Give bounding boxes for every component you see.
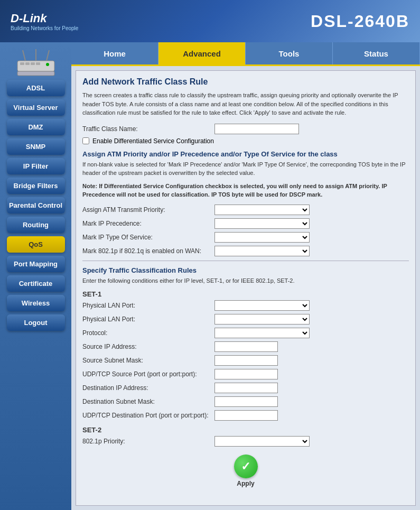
dot1p-priority-select[interactable]	[214, 436, 310, 447]
source-ip-label: Source IP Address:	[82, 343, 214, 350]
router-icon	[15, 48, 57, 77]
mark-ip-precedence-select[interactable]	[214, 218, 310, 229]
set2-label: SET-2	[82, 426, 409, 434]
tab-status[interactable]: Status	[333, 42, 420, 64]
page-content: Add Network Traffic Class Rule The scree…	[76, 70, 416, 506]
traffic-class-name-input[interactable]	[214, 124, 299, 134]
mark-8021p-select[interactable]	[214, 246, 310, 256]
sidebar-item-qos[interactable]: QoS	[7, 236, 65, 253]
sidebar-item-port-mapping[interactable]: Port Mapping	[7, 256, 65, 272]
sidebar-item-ip-filter[interactable]: IP Filter	[7, 158, 65, 174]
destination-subnet-row: Destination Subnet Mask:	[82, 396, 409, 407]
svg-line-8	[46, 50, 49, 61]
udp-tcp-dest-label: UDP/TCP Destination Port (port or port:p…	[82, 412, 214, 419]
destination-subnet-input[interactable]	[214, 396, 278, 407]
svg-line-6	[23, 50, 25, 61]
svg-rect-3	[31, 62, 35, 65]
assign-atm-label: Assign ATM Transmit Priority:	[82, 206, 214, 214]
sidebar-item-parental-control[interactable]: Parental Control	[7, 197, 65, 214]
assign-atm-row: Assign ATM Transmit Priority:	[82, 205, 409, 215]
apply-button[interactable]: ✓ Apply	[234, 455, 258, 487]
sidebar-item-routing[interactable]: Routing	[7, 217, 65, 233]
apply-icon: ✓	[234, 455, 258, 478]
svg-rect-4	[36, 62, 40, 65]
main-layout: ADSL Virtual Server DMZ SNMP IP Filter B…	[0, 42, 420, 510]
tab-advanced[interactable]: Advanced	[158, 42, 246, 64]
source-subnet-row: Source Subnet Mask:	[82, 355, 409, 366]
mark-ip-precedence-label: Mark IP Precedence:	[82, 220, 214, 227]
differentiated-service-row: Enable Differentiated Service Configurat…	[82, 137, 409, 145]
page-description: The screen creates a traffic class rule …	[82, 91, 409, 117]
udp-tcp-dest-row: UDP/TCP Destination Port (port or port:p…	[82, 410, 409, 421]
protocol-select[interactable]	[214, 328, 310, 338]
protocol-row: Protocol:	[82, 328, 409, 338]
sidebar-item-adsl[interactable]: ADSL	[7, 80, 65, 96]
page-title: Add Network Traffic Class Rule	[82, 77, 409, 87]
section1-note: If non-blank value is selected for 'Mark…	[82, 160, 409, 178]
traffic-class-name-row: Traffic Class Name:	[82, 124, 409, 134]
dot1p-priority-label: 802.1p Priority:	[82, 438, 214, 445]
brand-name: D-Link	[11, 12, 78, 25]
traffic-class-name-label: Traffic Class Name:	[82, 125, 214, 133]
destination-subnet-label: Destination Subnet Mask:	[82, 398, 214, 405]
mark-8021p-row: Mark 802.1p if 802.1q is enabled on WAN:	[82, 246, 409, 256]
udp-tcp-source-label: UDP/TCP Source Port (port or port:port):	[82, 370, 214, 378]
note-text: Note: If Differentiated Service Configur…	[82, 182, 409, 199]
sidebar-item-dmz[interactable]: DMZ	[7, 119, 65, 135]
mark-8021p-label: Mark 802.1p if 802.1q is enabled on WAN:	[82, 247, 214, 255]
section1-title: Assign ATM Priority and/or IP Precedence…	[82, 150, 409, 158]
sidebar: ADSL Virtual Server DMZ SNMP IP Filter B…	[0, 42, 71, 510]
section2-note: Enter the following conditions either fo…	[82, 276, 409, 285]
tab-tools[interactable]: Tools	[246, 42, 333, 64]
sidebar-item-bridge-filters[interactable]: Bridge Filters	[7, 178, 65, 194]
svg-point-5	[46, 63, 49, 66]
udp-tcp-source-input[interactable]	[214, 369, 278, 379]
destination-ip-label: Destination IP Address:	[82, 384, 214, 392]
header: D-Link Building Networks for People DSL-…	[0, 0, 420, 42]
sidebar-item-snmp[interactable]: SNMP	[7, 138, 65, 155]
svg-rect-9	[17, 71, 54, 76]
set1-label: SET-1	[82, 290, 409, 298]
differentiated-service-label: Enable Differentiated Service Configurat…	[92, 137, 214, 145]
logo: D-Link Building Networks for People	[11, 12, 78, 31]
source-ip-row: Source IP Address:	[82, 341, 409, 352]
destination-ip-row: Destination IP Address:	[82, 383, 409, 393]
mark-ip-tos-row: Mark IP Type Of Service:	[82, 232, 409, 243]
mark-ip-tos-select[interactable]	[214, 232, 310, 243]
source-subnet-input[interactable]	[214, 355, 278, 366]
destination-ip-input[interactable]	[214, 383, 278, 393]
physical-lan-port2-row: Physical LAN Port:	[82, 314, 409, 324]
divider1	[82, 261, 409, 261]
model-name: DSL-2640B	[311, 12, 409, 31]
sidebar-item-logout[interactable]: Logout	[7, 314, 65, 331]
svg-rect-1	[20, 62, 24, 65]
content-area: Home Advanced Tools Status Add Network T…	[71, 42, 420, 510]
physical-lan-port1-row: Physical LAN Port:	[82, 300, 409, 311]
mark-ip-precedence-row: Mark IP Precedence:	[82, 218, 409, 229]
udp-tcp-dest-input[interactable]	[214, 410, 278, 421]
sidebar-item-wireless[interactable]: Wireless	[7, 295, 65, 311]
apply-section: ✓ Apply	[82, 455, 409, 487]
assign-atm-select[interactable]	[214, 205, 310, 215]
brand-sub: Building Networks for People	[11, 25, 78, 31]
differentiated-service-checkbox[interactable]	[82, 137, 89, 144]
tab-home[interactable]: Home	[71, 42, 158, 64]
physical-lan-port2-label: Physical LAN Port:	[82, 316, 214, 323]
svg-rect-2	[25, 62, 30, 65]
apply-label: Apply	[237, 480, 254, 487]
udp-tcp-source-row: UDP/TCP Source Port (port or port:port):	[82, 369, 409, 379]
mark-ip-tos-label: Mark IP Type Of Service:	[82, 234, 214, 241]
section2-title: Specify Traffic Classification Rules	[82, 266, 409, 274]
source-ip-input[interactable]	[214, 341, 278, 352]
sidebar-item-certificate[interactable]: Certificate	[7, 275, 65, 292]
dot1p-priority-row: 802.1p Priority:	[82, 436, 409, 447]
physical-lan-port2-select[interactable]	[214, 314, 310, 324]
physical-lan-port1-select[interactable]	[214, 300, 310, 311]
apply-checkmark: ✓	[241, 460, 250, 474]
source-subnet-label: Source Subnet Mask:	[82, 357, 214, 364]
physical-lan-port1-label: Physical LAN Port:	[82, 302, 214, 309]
protocol-label: Protocol:	[82, 329, 214, 337]
nav-tabs: Home Advanced Tools Status	[71, 42, 420, 66]
sidebar-item-virtual-server[interactable]: Virtual Server	[7, 99, 65, 116]
